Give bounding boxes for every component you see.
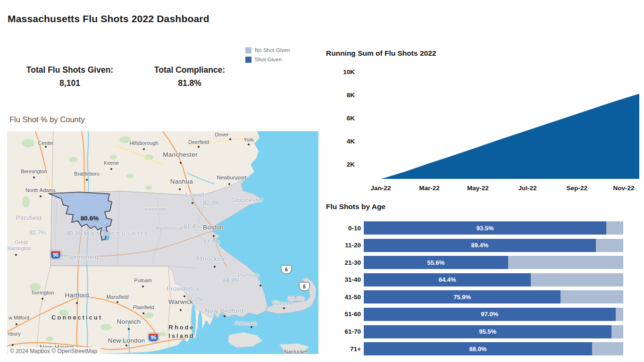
bar-value-label: 95.5%	[479, 328, 496, 335]
city-dot	[248, 143, 250, 145]
running-sum-area-chart[interactable]	[362, 65, 641, 182]
legend-label: Shot Given	[255, 57, 282, 62]
age-bar-row: 31-4064.4%	[326, 273, 628, 286]
bar-no-shot-segment[interactable]: 88.0%	[364, 342, 623, 355]
city-dot	[283, 307, 285, 309]
age-category-label: 71+	[326, 345, 364, 353]
county-percent-label: 80.6%	[81, 215, 99, 222]
map-place-label: Newburyport	[217, 175, 246, 180]
bar-no-shot-segment[interactable]: 89.4%	[364, 239, 623, 252]
city-dot	[128, 328, 130, 330]
map-place-label: Boston	[203, 224, 224, 231]
city-dot	[213, 235, 215, 237]
bar-shot-segment[interactable]: 64.4%	[364, 273, 531, 286]
bar-no-shot-segment[interactable]: 93.5%	[364, 221, 623, 235]
bar-shot-segment[interactable]: 75.9%	[364, 290, 560, 303]
map-place-label: Gloucester	[231, 196, 263, 203]
city-dot	[142, 286, 144, 287]
map-place-label: Plainfield	[133, 304, 154, 310]
y-axis-tick: 4K	[330, 137, 355, 146]
age-category-label: 31-40	[326, 276, 364, 283]
map-place-label: Manchester	[163, 151, 198, 158]
map-place-label: Island	[168, 332, 195, 339]
city-dot	[45, 146, 47, 148]
city-dot	[179, 188, 181, 190]
map-place-label: Putnam	[134, 278, 152, 283]
map-place-label: Massachusetts	[84, 230, 150, 237]
bar-shot-segment[interactable]: 88.0%	[364, 342, 592, 355]
kpi-total-compliance[interactable]: Total Compliance: 81.8%	[142, 63, 237, 90]
age-category-label: 11-20	[326, 242, 364, 249]
bar-shot-segment[interactable]: 55.6%	[364, 256, 508, 269]
x-axis-tick: Jul-22	[509, 185, 546, 192]
age-bar-row: 41-5075.9%	[326, 290, 628, 303]
kpi-total-flu-shots[interactable]: Total Flu Shots Given: 8,101	[14, 63, 125, 90]
bar-shot-segment[interactable]: 89.4%	[364, 239, 596, 252]
kpi-label: Total Flu Shots Given:	[14, 63, 125, 76]
map-place-label: Connecticut	[51, 314, 102, 321]
bar-no-shot-segment[interactable]: 95.5%	[364, 325, 623, 338]
map-place-label: Falmouth	[235, 320, 257, 326]
kpi-value: 8,101	[14, 76, 125, 90]
legend-item-shot[interactable]: Shot Given	[245, 55, 290, 64]
age-bar-chart: 0-1093.5%11-2089.4%21-3055.6%31-4064.4%4…	[326, 221, 628, 360]
map-place-label: York	[243, 137, 254, 143]
bar-shot-segment[interactable]: 97.0%	[364, 308, 616, 321]
map-place-label: Nashua	[170, 178, 193, 185]
x-axis-tick: Nov-22	[605, 185, 643, 192]
city-dot	[15, 254, 17, 256]
bar-value-label: 75.9%	[453, 294, 471, 301]
map-place-label: Brattleboro	[74, 171, 100, 177]
map-place-label: Pittsfield	[16, 214, 42, 221]
bar-shot-segment[interactable]: 93.5%	[364, 221, 606, 235]
us-route-6-shield-icon: 6	[281, 265, 292, 274]
bar-shot-segment[interactable]: 95.5%	[364, 325, 611, 338]
county-percent-label: 80.3%	[66, 230, 83, 237]
map-place-label: North Adams	[25, 187, 56, 193]
age-bar-row: 21-3055.6%	[326, 256, 628, 269]
age-category-label: 61-70	[326, 328, 364, 335]
map-place-label: Bennington	[21, 168, 47, 174]
county-percent-label: 83.6%	[288, 295, 304, 302]
map-place-label: Brockton	[200, 255, 226, 262]
city-dot	[198, 146, 200, 148]
city-dot	[192, 202, 193, 204]
map-place-label: Deerfield	[188, 139, 209, 145]
color-legend: No Shot Given Shot Given	[245, 45, 290, 64]
map-place-label: w Milford	[8, 315, 29, 320]
area-series-shots[interactable]	[381, 94, 639, 179]
county-percent-label: 81.4%	[184, 223, 200, 230]
legend-item-no-shot[interactable]: No Shot Given	[245, 45, 290, 55]
city-dot	[40, 195, 42, 197]
running-sum-title: Running Sum of Flu Shots 2022	[326, 49, 436, 58]
map-attribution[interactable]: © 2024 Mapbox © OpenStreetMap	[8, 347, 100, 354]
city-dot	[228, 183, 230, 185]
city-dot	[110, 168, 112, 170]
map-place-label: Springfield	[67, 253, 98, 261]
county-percent-label: 77.7%	[203, 239, 219, 245]
city-dot	[33, 177, 35, 178]
age-category-label: 41-50	[326, 294, 364, 301]
map-place-label: Leominster	[142, 206, 167, 212]
y-axis-tick: 10K	[330, 67, 355, 77]
legend-swatch-light	[245, 47, 251, 53]
legend-swatch-dark	[245, 57, 251, 63]
city-dot	[12, 344, 14, 346]
bar-no-shot-segment[interactable]: 75.9%	[364, 290, 623, 303]
map-sheet-title: Flu Shot % by County	[9, 115, 85, 124]
age-category-label: 0-10	[326, 225, 364, 232]
bar-no-shot-segment[interactable]: 64.4%	[364, 273, 623, 286]
map-place-label: Marlborough	[155, 225, 184, 231]
county-map[interactable]: DoverYorkCenterHillsboroughDeerfieldManc…	[7, 131, 318, 354]
age-bar-row: 11-2089.4%	[326, 239, 628, 252]
city-dot	[76, 302, 78, 304]
bar-value-label: 88.0%	[469, 345, 487, 353]
age-bar-row: 51-6097.0%	[326, 308, 628, 321]
city-dot	[16, 323, 17, 325]
bar-no-shot-segment[interactable]: 97.0%	[364, 308, 623, 321]
county-percent-label: 84.8%	[223, 277, 239, 284]
county-percent-label: 82.0%	[203, 200, 219, 206]
map-place-label: nbury	[8, 331, 21, 337]
bar-no-shot-segment[interactable]: 55.6%	[364, 256, 623, 269]
age-category-label: 51-60	[326, 311, 364, 318]
